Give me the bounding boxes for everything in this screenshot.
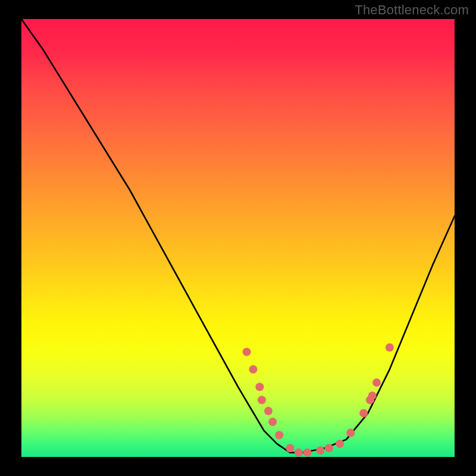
marker-dot <box>316 446 324 455</box>
marker-dot <box>303 449 312 457</box>
plot-area <box>21 19 455 457</box>
marker-dot <box>336 440 344 448</box>
marker-dot <box>268 418 277 426</box>
marker-dot <box>258 396 266 404</box>
marker-dot <box>386 343 394 352</box>
marker-dot <box>255 383 264 391</box>
marker-dot <box>275 431 283 439</box>
marker-dot <box>243 347 251 356</box>
chart-frame: TheBottleneck.com <box>0 0 476 476</box>
watermark-text: TheBottleneck.com <box>355 2 469 18</box>
marker-dot <box>264 407 273 415</box>
marker-dot <box>372 378 381 387</box>
marker-dot <box>325 444 333 452</box>
curve-markers <box>243 343 394 457</box>
marker-dot <box>359 409 368 417</box>
marker-dot <box>346 429 355 437</box>
marker-dot <box>249 365 258 374</box>
bottleneck-curve <box>21 19 455 453</box>
marker-dot <box>368 392 377 400</box>
marker-dot <box>295 449 303 457</box>
curve-svg <box>21 19 455 457</box>
marker-dot <box>286 444 294 452</box>
